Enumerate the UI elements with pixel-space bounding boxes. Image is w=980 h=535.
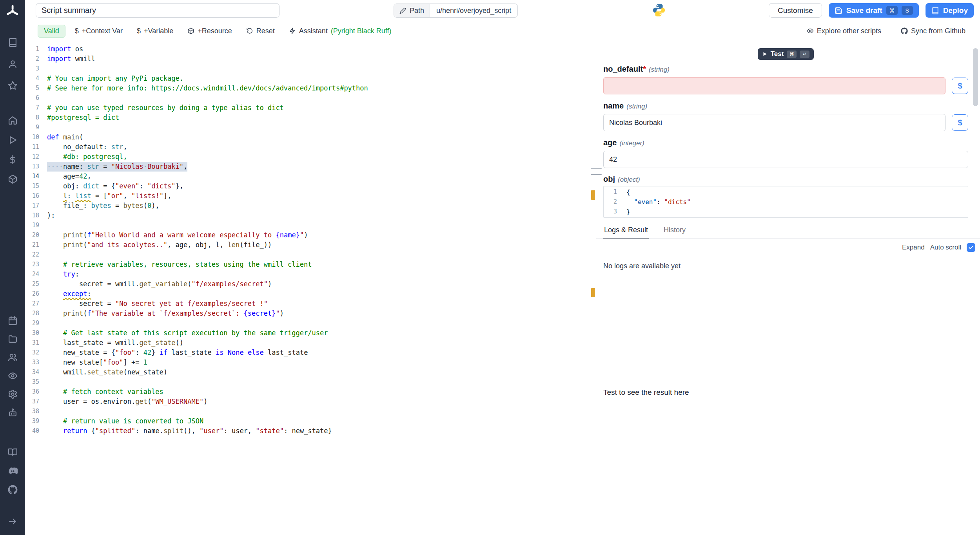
warning-ruler-marker [591,190,595,200]
users-icon[interactable] [0,348,25,367]
github-icon[interactable] [0,480,25,499]
user-icon[interactable] [0,53,25,75]
editor-toolbar: Valid $ +Context Var $ +Variable +Resour… [25,21,980,42]
dollar-icon[interactable] [0,150,25,169]
calendar-icon[interactable] [0,311,25,330]
eye-icon [807,27,814,34]
package-icon [187,27,194,34]
kbd-cmd: ⌘ [886,6,898,15]
sidebar-group-nav [0,110,25,189]
field-label-no-default: no_default* (string) [603,64,968,75]
book-icon [931,7,939,14]
name-input[interactable] [603,114,946,131]
preview-form: Test ⌘ ↵ no_default* (string) $ name (st… [596,48,980,218]
pencil-icon [399,7,406,14]
tab-logs-result[interactable]: Logs & Result [603,223,649,239]
sidebar [0,0,25,535]
field-type: (object) [618,175,640,185]
box-icon[interactable] [0,169,25,189]
bottom-divider [25,534,980,534]
book-icon[interactable] [0,32,25,53]
required-asterisk: * [643,65,646,73]
add-variable-button[interactable]: $ +Variable [132,27,178,35]
star-icon[interactable] [0,75,25,96]
eye-icon[interactable] [0,367,25,385]
explore-scripts-label: Explore other scripts [817,27,881,35]
add-resource-label: +Resource [198,27,232,35]
path-button[interactable]: Path [394,4,430,18]
age-input[interactable] [603,151,968,168]
deploy-button[interactable]: Deploy [926,3,974,18]
folder-icon[interactable] [0,330,25,348]
code-editor[interactable]: 1import os2import wmill34# You can impor… [25,41,597,534]
assistant-engines: (Pyright Black Ruff) [331,27,392,35]
deploy-label: Deploy [943,6,968,15]
autoscroll-checkbox[interactable] [967,243,975,252]
reset-button[interactable]: Reset [241,27,279,35]
script-summary-input[interactable] [36,3,279,18]
play-icon[interactable] [0,130,25,150]
field-type: (integer) [619,138,644,148]
warning-ruler-marker [591,288,595,297]
reset-icon [246,27,253,34]
insert-variable-button[interactable]: $ [952,78,968,94]
kbd-s: S [902,6,913,15]
dollar-icon: $ [75,27,79,35]
discord-icon[interactable] [0,461,25,480]
windmill-script-editor: Path u/henri/overjoyed_script Customise … [0,0,980,535]
customise-button[interactable]: Customise [769,3,822,18]
preview-panel: Test ⌘ ↵ no_default* (string) $ name (st… [596,41,980,534]
field-label-name: name (string) [603,101,968,112]
code-lines: 1import os2import wmill34# You can impor… [25,41,596,436]
toolbar-right: Explore other scripts Sync from Github [797,27,970,35]
assistant-button[interactable]: Assistant (Pyright Black Ruff) [284,27,396,35]
arrow-right-icon[interactable] [0,512,25,531]
logs-empty-message: No logs are available yet [596,252,980,270]
add-variable-label: +Variable [144,27,173,35]
add-resource-button[interactable]: +Resource [183,27,237,35]
test-label: Test [771,50,784,58]
reset-label: Reset [256,27,275,35]
preview-tabs: Logs & Result History [596,223,980,239]
zap-icon [289,27,296,34]
sidebar-group-help [0,443,25,499]
bot-icon[interactable] [0,403,25,422]
path-button-label: Path [410,7,424,15]
topbar: Path u/henri/overjoyed_script Customise … [25,0,980,21]
test-button[interactable]: Test ⌘ ↵ [758,48,814,60]
path-group: Path u/henri/overjoyed_script [394,4,518,18]
result-section: Test to see the result here [596,381,980,534]
expand-link[interactable]: Expand [902,244,925,251]
save-draft-label: Save draft [846,6,882,15]
topbar-actions: Customise Save draft ⌘ S Deploy [769,3,974,18]
sync-github-label: Sync from Github [911,27,965,35]
autoscroll-label: Auto scroll [930,244,961,251]
add-context-var-button[interactable]: $ +Context Var [70,27,127,35]
save-icon [835,7,842,14]
play-icon [762,51,768,57]
field-type: (string) [649,65,670,75]
book-open-icon[interactable] [0,443,25,461]
assistant-label: Assistant [299,27,328,35]
field-label-obj: obj (object) [603,174,968,185]
field-type: (string) [626,101,647,112]
panel-resize-handle[interactable] [591,168,602,175]
result-placeholder: Test to see the result here [596,381,980,397]
insert-variable-button[interactable]: $ [952,114,968,131]
windmill-logo[interactable] [0,4,25,19]
dollar-icon: $ [137,27,141,35]
explore-scripts-button[interactable]: Explore other scripts [802,27,886,35]
preview-scrollbar[interactable] [973,48,978,106]
github-icon [901,27,908,34]
script-path[interactable]: u/henri/overjoyed_script [430,4,518,18]
python-language-icon [652,3,666,18]
tab-history[interactable]: History [663,223,686,238]
gear-icon[interactable] [0,385,25,403]
home-icon[interactable] [0,110,25,130]
no-default-input[interactable] [603,77,946,94]
customise-label: Customise [778,6,813,15]
logs-header: Expand Auto scroll [596,239,980,252]
sync-github-button[interactable]: Sync from Github [896,27,970,35]
save-draft-button[interactable]: Save draft ⌘ S [829,3,919,18]
obj-json-editor[interactable]: 1{2 "even": "dicts"3} [603,186,968,218]
